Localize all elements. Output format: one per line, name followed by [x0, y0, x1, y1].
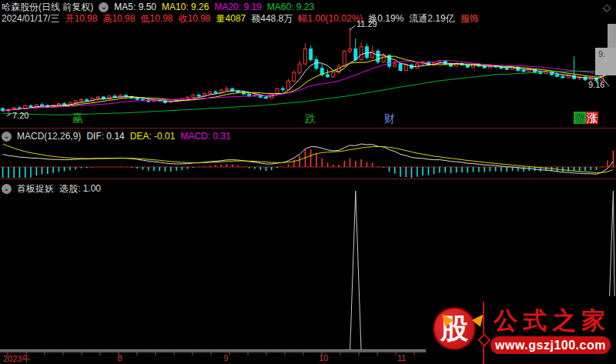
watermark-char: 跌 — [305, 113, 316, 125]
macd-dea-value: DEA: -0.01 — [130, 131, 176, 142]
collapse-signal-panel-icon[interactable]: ⌄ — [2, 184, 12, 194]
logo-character: 股 — [434, 309, 474, 349]
watermark-char: 财 — [384, 113, 395, 125]
clipped-tooltip-box — [608, 24, 616, 48]
stock-chart-window: 哈森股份(日线 前复权) ⌄ MA5: 9.50 MA10: 9.26 MA20… — [0, 0, 616, 364]
recent-low-annotation: 9.16 — [588, 80, 604, 89]
watermark-char: 微涨 — [574, 112, 598, 124]
macd-dif-value: DIF: 0.14 — [86, 131, 124, 142]
axis-label-month: 10 — [319, 353, 328, 362]
signal-indicator-name: 首板捉妖 — [17, 182, 54, 195]
macd-indicator-name: MACD(12,26,9) — [17, 131, 81, 142]
clipped-tooltip-box: 9. — [595, 48, 616, 75]
diamond-marker-icon: ◇ — [603, 2, 611, 13]
axis-label-month: 8 — [117, 353, 122, 362]
watermark-char: 赢 — [72, 112, 83, 124]
high-price-annotation: 11.29 — [357, 19, 377, 28]
logo-diamond-icon — [478, 334, 491, 347]
logo-site-url: www.gszj100.com — [490, 336, 611, 354]
collapse-macd-panel-icon[interactable]: ⌄ — [2, 132, 12, 142]
low-price-annotation: 7.20 — [12, 111, 28, 120]
logo-bull-icon: 股 — [433, 307, 476, 350]
signal-panel-header: ⌄ 首板捉妖 选股: 1.00 — [2, 182, 101, 195]
macd-panel-header: ⌄ MACD(12,26,9) DIF: 0.14 DEA: -0.01 MAC… — [2, 131, 231, 142]
axis-label-month: 11 — [397, 353, 406, 362]
logo-site-name: 公式之家 — [494, 305, 611, 337]
axis-label-year: 2023年 — [3, 353, 30, 364]
site-logo: 股 公式之家 www.gszj100.com — [426, 296, 616, 364]
macd-macd-value: MACD: 0.31 — [180, 131, 230, 142]
signal-value: 选股: 1.00 — [59, 182, 101, 195]
axis-label-month: 9 — [224, 353, 229, 362]
